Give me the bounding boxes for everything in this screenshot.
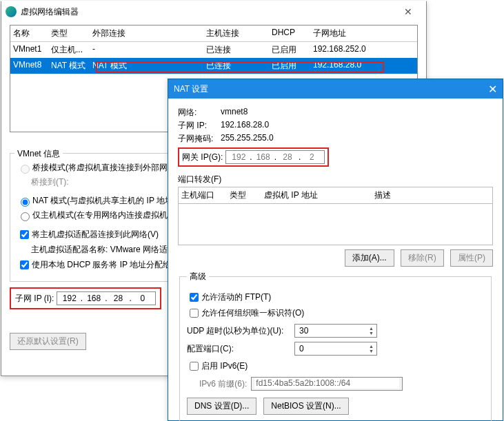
gateway-highlight: 网关 IP(G): . . .: [178, 147, 329, 167]
subnet-label: 子网 IP (I):: [15, 294, 54, 303]
ip-octet[interactable]: [108, 293, 128, 304]
ipv6-prefix-label: IPv6 前缀(6):: [199, 378, 247, 390]
nat-settings-window: NAT 设置 ✕ 网络:vmnet8 子网 IP:192.168.28.0 子网…: [168, 79, 503, 421]
ip-octet[interactable]: [302, 152, 321, 163]
config-port-label: 配置端口(C):: [187, 343, 290, 355]
col-host-port[interactable]: 主机端口: [181, 189, 230, 201]
config-port-input[interactable]: ▲▼: [294, 342, 377, 356]
close-icon[interactable]: ✕: [394, 6, 422, 17]
properties-button[interactable]: 属性(P): [450, 249, 493, 267]
col-type[interactable]: 类型: [51, 28, 92, 39]
close-icon[interactable]: ✕: [488, 83, 497, 96]
spin-down-icon[interactable]: ▼: [369, 331, 374, 336]
restore-defaults-button[interactable]: 还原默认设置(R): [10, 333, 86, 350]
col-ext[interactable]: 外部连接: [92, 28, 206, 39]
ipv6-prefix-input: [251, 377, 403, 391]
ip-octet[interactable]: [133, 293, 152, 304]
network-value: vmnet8: [221, 107, 248, 119]
subnet-mask-value: 255.255.255.0: [221, 133, 274, 145]
col-vm-ip[interactable]: 虚拟机 IP 地址: [264, 189, 374, 201]
udp-timeout-input[interactable]: ▲▼: [294, 324, 377, 338]
ip-octet[interactable]: [84, 293, 103, 304]
subnet-highlight: 子网 IP (I): . . .: [10, 287, 161, 309]
highlight-box: [96, 61, 384, 73]
col-dhcp[interactable]: DHCP: [272, 28, 313, 39]
ip-octet[interactable]: [278, 152, 297, 163]
advanced-group: 高级 允许活动的 FTP(T) 允许任何组织唯一标识符(O) UDP 超时(以秒…: [179, 271, 492, 421]
nat-titlebar: NAT 设置 ✕: [168, 79, 503, 99]
udp-timeout-label: UDP 超时(以秒为单位)(U):: [187, 325, 290, 337]
subnet-ip-input[interactable]: . . .: [57, 291, 156, 305]
check-ipv6[interactable]: 启用 IPv6(E): [187, 360, 484, 373]
subnet-ip-value: 192.168.28.0: [221, 120, 269, 132]
advanced-legend: 高级: [187, 271, 209, 283]
group-legend: VMnet 信息: [14, 148, 63, 160]
port-forward-list[interactable]: [178, 204, 493, 245]
spin-up-icon[interactable]: ▲: [369, 344, 374, 349]
spin-up-icon[interactable]: ▲: [369, 326, 374, 331]
port-forward-label: 端口转发(F): [178, 174, 493, 185]
gateway-ip-input[interactable]: . . .: [225, 150, 325, 164]
nat-title: NAT 设置: [174, 83, 488, 95]
col-subnet[interactable]: 子网地址: [313, 28, 396, 39]
netbios-settings-button[interactable]: NetBIOS 设置(N)...: [263, 398, 348, 415]
subnet-ip-label: 子网 IP:: [178, 120, 221, 132]
col-host[interactable]: 主机连接: [206, 28, 272, 39]
spin-down-icon[interactable]: ▼: [369, 349, 374, 353]
gateway-label: 网关 IP(G):: [182, 152, 223, 163]
col-name[interactable]: 名称: [13, 28, 51, 39]
dns-settings-button[interactable]: DNS 设置(D)...: [187, 398, 256, 415]
network-label: 网络:: [178, 107, 221, 119]
remove-button[interactable]: 移除(R): [401, 249, 444, 267]
port-forward-header: 主机端口 类型 虚拟机 IP 地址 描述: [178, 187, 493, 204]
add-button[interactable]: 添加(A)...: [345, 249, 394, 267]
grid-header: 名称 类型 外部连接 主机连接 DHCP 子网地址: [10, 25, 417, 42]
col-desc[interactable]: 描述: [374, 189, 443, 201]
check-ftp[interactable]: 允许活动的 FTP(T): [187, 291, 484, 304]
window-title: 虚拟网络编辑器: [21, 6, 394, 18]
table-row[interactable]: VMnet1 仅主机... - 已连接 已启用 192.168.252.0: [10, 42, 417, 58]
titlebar: 虚拟网络编辑器 ✕: [1, 1, 426, 22]
col-type[interactable]: 类型: [230, 189, 264, 201]
ip-octet[interactable]: [254, 152, 273, 163]
ip-octet[interactable]: [60, 293, 79, 304]
ip-octet[interactable]: [229, 152, 248, 163]
globe-icon: [6, 6, 17, 17]
check-org-id[interactable]: 允许任何组织唯一标识符(O): [187, 307, 484, 320]
subnet-mask-label: 子网掩码:: [178, 133, 221, 145]
